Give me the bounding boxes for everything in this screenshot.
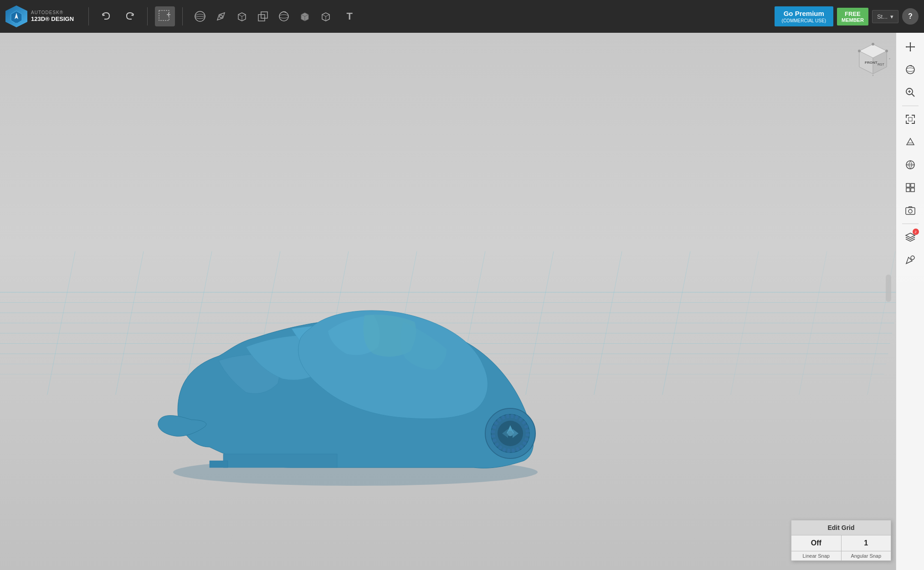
- pan-button[interactable]: [900, 36, 921, 57]
- orbit-tool-button[interactable]: [274, 6, 294, 26]
- edit-grid-title: Edit Grid: [791, 520, 891, 535]
- svg-line-10: [242, 15, 246, 16]
- scroll-indicator[interactable]: [886, 275, 891, 302]
- edit-grid-panel: Edit Grid Off 1 Linear Snap Angular Snap: [791, 520, 891, 561]
- linear-snap-cell[interactable]: Off: [791, 535, 842, 551]
- svg-line-40: [731, 251, 759, 395]
- angular-snap-cell[interactable]: 1: [842, 535, 891, 551]
- svg-point-76: [909, 209, 912, 213]
- screenshot-button[interactable]: [900, 200, 921, 221]
- solid-box-button[interactable]: [295, 6, 315, 26]
- svg-line-41: [799, 251, 827, 395]
- linear-snap-label: Linear Snap: [791, 551, 842, 560]
- svg-point-8: [220, 15, 222, 18]
- svg-point-54: [858, 50, 861, 52]
- svg-line-42: [868, 251, 895, 395]
- 3d-model: [155, 292, 556, 483]
- box-primitive-button[interactable]: [232, 6, 252, 26]
- free-member-badge: FREE MEMBER: [837, 8, 868, 25]
- svg-point-48: [508, 431, 513, 436]
- svg-point-62: [906, 68, 914, 71]
- edit-tool-button[interactable]: [211, 6, 231, 26]
- sphere-tool-button[interactable]: [190, 6, 210, 26]
- perspective-button[interactable]: [900, 132, 921, 153]
- main-toolbar: AUTODESK® 123D® DESIGN: [0, 0, 924, 33]
- combine-tool-button[interactable]: [253, 6, 273, 26]
- svg-rect-71: [906, 183, 910, 187]
- store-dropdown[interactable]: St... ▾: [872, 10, 898, 23]
- go-premium-button[interactable]: Go Premium (COMMERCIAL USE): [775, 6, 833, 27]
- undo-button[interactable]: [96, 6, 116, 26]
- wireframe-box-button[interactable]: [316, 6, 336, 26]
- redo-button[interactable]: [120, 6, 140, 26]
- right-sidebar: 2: [896, 33, 924, 570]
- svg-rect-72: [911, 183, 914, 187]
- sidebar-divider-2: [902, 224, 919, 224]
- svg-line-38: [594, 251, 622, 395]
- 3d-viewport[interactable]: FRONT RGT: [0, 33, 924, 570]
- svg-point-61: [906, 66, 914, 74]
- divider-3: [182, 7, 183, 25]
- help-button[interactable]: ?: [902, 8, 919, 25]
- svg-point-77: [911, 256, 914, 260]
- svg-rect-12: [258, 15, 265, 21]
- svg-line-30: [47, 251, 75, 395]
- svg-point-15: [279, 15, 288, 18]
- svg-point-56: [872, 43, 874, 46]
- svg-text:FRONT: FRONT: [865, 61, 878, 65]
- svg-line-39: [662, 251, 690, 395]
- app-name: AUTODESK® 123D® DESIGN: [31, 10, 74, 23]
- svg-line-31: [116, 251, 144, 395]
- svg-rect-67: [909, 117, 912, 121]
- svg-line-18: [326, 15, 329, 16]
- edit-grid-values: Off 1: [791, 535, 891, 551]
- svg-point-55: [885, 50, 888, 52]
- svg-rect-73: [906, 188, 910, 192]
- zoom-button[interactable]: [900, 82, 921, 103]
- divider-2: [147, 7, 148, 25]
- angular-snap-label: Angular Snap: [842, 551, 891, 560]
- app-logo: [5, 5, 27, 27]
- grid-toggle-button[interactable]: [900, 177, 921, 198]
- svg-rect-2: [159, 10, 169, 20]
- divider-1: [88, 7, 89, 25]
- sidebar-divider-1: [902, 106, 919, 106]
- edit-grid-labels: Linear Snap Angular Snap: [791, 551, 891, 560]
- svg-line-64: [912, 94, 914, 97]
- main-viewport-area: FRONT RGT: [0, 33, 924, 570]
- orbit-view-button[interactable]: [900, 59, 921, 80]
- svg-rect-13: [261, 12, 267, 18]
- text-tool-button[interactable]: T: [339, 6, 359, 26]
- shape-tools: [190, 6, 336, 26]
- wireframe-button[interactable]: [900, 154, 921, 175]
- svg-point-14: [279, 12, 288, 21]
- svg-rect-74: [911, 188, 914, 192]
- svg-line-17: [322, 15, 326, 16]
- view-cube[interactable]: FRONT RGT: [855, 42, 891, 78]
- svg-line-9: [238, 15, 242, 16]
- layers-button[interactable]: 2: [900, 227, 921, 248]
- logo-area: AUTODESK® 123D® DESIGN: [5, 5, 74, 27]
- edit-material-button[interactable]: [900, 249, 921, 270]
- new-object-button[interactable]: [155, 6, 175, 26]
- svg-text:RGT: RGT: [878, 63, 885, 66]
- fit-button[interactable]: [900, 109, 921, 130]
